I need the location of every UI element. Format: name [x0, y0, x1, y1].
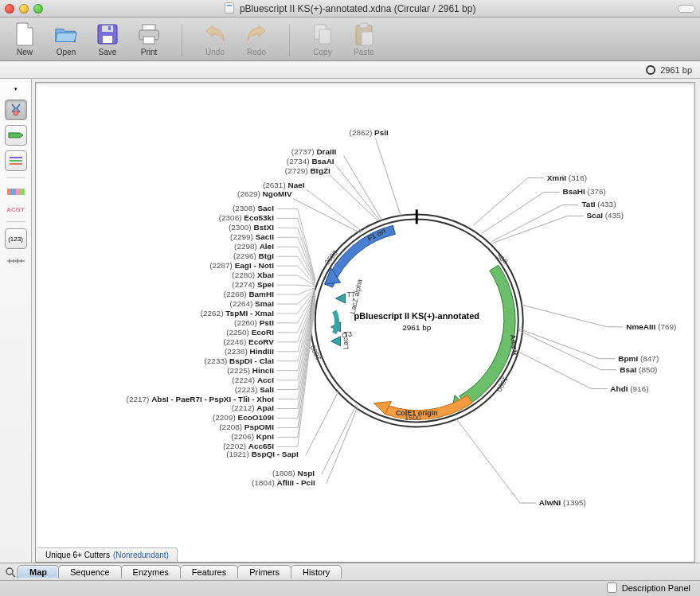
- toolbar-toggle-icon[interactable]: [678, 5, 695, 13]
- svg-rect-3: [108, 26, 111, 30]
- svg-text:BsaI (850): BsaI (850): [620, 365, 657, 374]
- svg-text:BsaHI (376): BsaHI (376): [563, 187, 606, 196]
- tab-sequence[interactable]: Sequence: [58, 565, 122, 578]
- cutter-filter-tab[interactable]: Unique 6+ Cutters (Nonredundant): [37, 547, 178, 562]
- checkbox-icon[interactable]: [607, 582, 617, 593]
- svg-text:(2209)  EcoO109I: (2209) EcoO109I: [213, 413, 274, 422]
- svg-rect-16: [7, 189, 11, 195]
- new-button[interactable]: New: [10, 21, 40, 58]
- tab-history[interactable]: History: [291, 565, 342, 578]
- minimize-icon[interactable]: [19, 4, 29, 14]
- svg-line-64: [456, 419, 520, 503]
- svg-line-55: [518, 329, 600, 359]
- description-panel-toggle[interactable]: Description Panel: [607, 582, 690, 593]
- svg-text:(2729) BtgZI: (2729) BtgZI: [285, 166, 330, 175]
- ruler-icon[interactable]: [5, 255, 27, 267]
- svg-text:AhdI (916): AhdI (916): [610, 384, 648, 393]
- svg-text:AlwNI (1395): AlwNI (1395): [539, 498, 586, 507]
- print-button[interactable]: Print: [134, 21, 164, 58]
- svg-point-12: [14, 111, 18, 115]
- svg-rect-2: [103, 36, 112, 43]
- bottom-bar: Map Sequence Enzymes Features Primers Hi…: [0, 563, 700, 596]
- zoom-icon[interactable]: [33, 4, 43, 14]
- tab-features[interactable]: Features: [180, 565, 238, 578]
- svg-text:BpmI (847): BpmI (847): [618, 354, 659, 363]
- main-area: ▾ ACGT (123): [0, 79, 700, 563]
- acgt-label[interactable]: ACGT: [5, 204, 27, 215]
- svg-text:(2224)  AccI: (2224) AccI: [232, 376, 274, 384]
- svg-line-77: [293, 198, 362, 233]
- save-button[interactable]: Save: [92, 21, 123, 58]
- svg-text:(2225)  HincII: (2225) HincII: [227, 366, 274, 375]
- printer-icon: [137, 22, 161, 46]
- svg-line-104: [298, 285, 315, 286]
- info-bar: 2961 bp: [0, 61, 700, 79]
- svg-line-49: [493, 216, 568, 243]
- svg-text:(2250)  EcoRI: (2250) EcoRI: [226, 328, 274, 337]
- svg-text:(2280)  XbaI: (2280) XbaI: [232, 271, 274, 279]
- svg-rect-18: [16, 189, 20, 195]
- svg-rect-1: [102, 25, 113, 32]
- svg-text:XmnI (316): XmnI (316): [547, 173, 587, 182]
- feature-tool-button[interactable]: [5, 125, 27, 146]
- svg-text:AmpR: AmpR: [509, 334, 520, 356]
- svg-text:LacO: LacO: [341, 332, 350, 349]
- svg-text:(2287)  EagI - NotI: (2287) EagI - NotI: [209, 261, 274, 270]
- enzyme-tool-button[interactable]: [5, 99, 27, 120]
- sequence-length: 2961 bp: [660, 65, 692, 75]
- search-icon[interactable]: [3, 567, 18, 578]
- enzyme-site[interactable]: (2268) BamHI: [224, 287, 315, 298]
- lines-tool-button[interactable]: [5, 150, 27, 171]
- dropdown-icon[interactable]: ▾: [5, 84, 27, 95]
- plasmid-size: 2961 bp: [402, 323, 431, 332]
- svg-text:(2206)  KpnI: (2206) KpnI: [231, 432, 274, 441]
- svg-text:(1804) AflIII - PciI: (1804) AflIII - PciI: [252, 478, 315, 487]
- svg-text:TatI (433): TatI (433): [582, 200, 616, 208]
- map-viewer[interactable]: 500 1000 1500 2000 2500 F1 ori AmpR ColE…: [35, 82, 695, 563]
- color-strip-icon[interactable]: [5, 186, 27, 197]
- tab-primers[interactable]: Primers: [237, 565, 291, 578]
- circular-icon: [646, 65, 655, 75]
- svg-text:(2268)  BamHI: (2268) BamHI: [224, 290, 274, 298]
- svg-text:(2862) PsiI: (2862) PsiI: [350, 128, 389, 137]
- svg-point-163: [6, 568, 13, 575]
- svg-text:(2262)  TspMI - XmaI: (2262) TspMI - XmaI: [201, 309, 274, 317]
- view-tabs: Map Sequence Enzymes Features Primers Hi…: [0, 563, 700, 581]
- paste-button: Paste: [349, 21, 379, 58]
- svg-line-58: [518, 330, 601, 370]
- svg-text:(2299)  SacII: (2299) SacII: [230, 232, 274, 241]
- svg-text:(2274)  SpeI: (2274) SpeI: [232, 280, 274, 289]
- svg-text:(2737) DraIII: (2737) DraIII: [291, 147, 337, 156]
- tab-map[interactable]: Map: [18, 565, 59, 578]
- svg-rect-11: [362, 32, 373, 45]
- svg-rect-19: [20, 189, 25, 195]
- svg-text:ScaI (435): ScaI (435): [586, 211, 624, 220]
- svg-text:(1808) NspI: (1808) NspI: [272, 469, 315, 477]
- enzyme-sites-left: (2308) SacI(2306) Eco53kI(2300) BstXI(22…: [127, 204, 315, 450]
- svg-line-157: [306, 391, 339, 456]
- undo-button: Undo: [200, 21, 230, 58]
- svg-text:(2631) NaeI: (2631) NaeI: [263, 181, 305, 189]
- svg-text:(2223)  SalI: (2223) SalI: [235, 385, 274, 394]
- svg-line-92: [298, 247, 315, 282]
- close-icon[interactable]: [5, 4, 14, 14]
- copy-icon: [311, 22, 334, 46]
- window-title: pBluescript II KS(+)-annotated.xdna (Cir…: [0, 2, 700, 14]
- open-button[interactable]: Open: [51, 21, 81, 58]
- redo-button: Redo: [241, 21, 272, 58]
- svg-line-73: [330, 175, 379, 222]
- enzyme-site[interactable]: (2274) SpeI: [232, 280, 315, 289]
- svg-text:(2296)  BtgI: (2296) BtgI: [233, 251, 274, 260]
- svg-line-40: [473, 178, 528, 226]
- svg-line-52: [522, 305, 608, 327]
- svg-text:(2238)  HindIII: (2238) HindIII: [225, 347, 274, 356]
- svg-rect-6: [143, 37, 154, 44]
- svg-text:(2233)  BspDI - ClaI: (2233) BspDI - ClaI: [205, 356, 275, 365]
- svg-text:(2212)  ApaI: (2212) ApaI: [232, 403, 274, 412]
- svg-text:(2264)  SmaI: (2264) SmaI: [230, 299, 275, 308]
- window-controls: [5, 4, 43, 14]
- svg-text:ColE1 origin: ColE1 origin: [396, 409, 438, 417]
- numbering-tool-button[interactable]: (123): [5, 228, 27, 249]
- tab-enzymes[interactable]: Enzymes: [121, 565, 181, 578]
- svg-rect-17: [11, 189, 16, 195]
